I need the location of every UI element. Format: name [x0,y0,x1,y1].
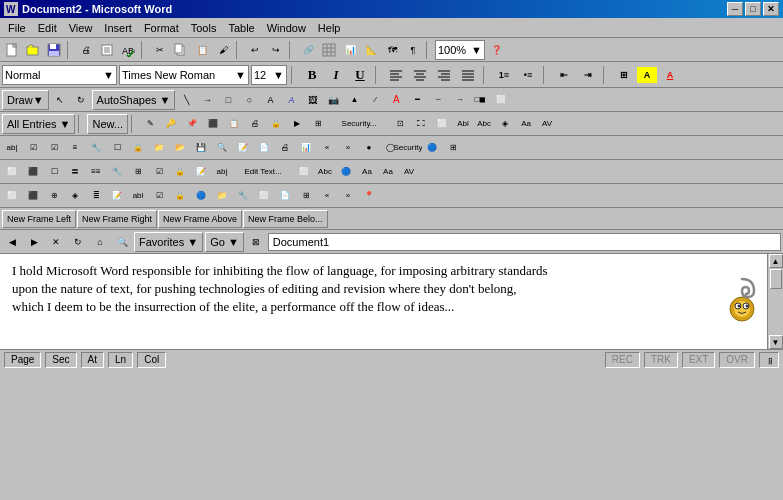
edittext-btn[interactable]: Edit Text... [233,162,293,182]
highlight-btn[interactable]: A [637,67,657,83]
ext-btn7[interactable]: 🔒 [128,138,148,158]
ext-btn4[interactable]: ≡ [65,138,85,158]
scroll-down-btn[interactable]: ▼ [769,335,783,349]
autoshapes-menu[interactable]: AutoShapes ▼ [92,90,176,110]
line-btn[interactable]: ╲ [176,90,196,110]
tb8-btn1[interactable]: ⬜ [2,186,22,206]
print-btn[interactable]: 🖨 [76,40,96,60]
tb8-btn11[interactable]: 📁 [212,186,232,206]
form-btn8[interactable]: ▶ [287,114,307,134]
tb7-btn4[interactable]: 〓 [65,162,85,182]
copy-btn[interactable] [171,40,191,60]
search-web-btn[interactable]: 🔍 [112,232,132,252]
open-btn[interactable] [23,40,43,60]
scroll-thumb[interactable] [770,269,782,289]
rect-btn[interactable]: □ [218,90,238,110]
fontcolor2-btn[interactable]: A [386,90,406,110]
cut-btn[interactable]: ✂ [150,40,170,60]
new-menu[interactable]: New... [87,114,128,134]
form-btn6[interactable]: 🖨 [245,114,265,134]
menu-view[interactable]: View [63,20,99,36]
form-btn16[interactable]: ◈ [495,114,515,134]
menu-insert[interactable]: Insert [98,20,138,36]
font-dropdown[interactable]: Times New Roman ▼ [119,65,249,85]
tb8-btn13[interactable]: ⬜ [254,186,274,206]
justify-btn[interactable] [457,64,479,86]
form-btn13[interactable]: ⬜ [432,114,452,134]
tb8-btn7[interactable]: abl [128,186,148,206]
menu-edit[interactable]: Edit [32,20,63,36]
arrow-btn[interactable]: → [197,90,217,110]
fill-btn[interactable]: ▲ [344,90,364,110]
ext-btn12[interactable]: 📝 [233,138,253,158]
minimize-button[interactable]: ─ [727,2,743,16]
ext-btn6[interactable]: ☐ [107,138,127,158]
form-btn12[interactable]: ⛶ [411,114,431,134]
drawing-btn[interactable]: 📐 [361,40,381,60]
tb7-btn3[interactable]: ☐ [44,162,64,182]
bold-btn[interactable]: B [301,64,323,86]
ext-btn16[interactable]: « [317,138,337,158]
form-btn3[interactable]: 📌 [182,114,202,134]
ext-btn14[interactable]: 🖨 [275,138,295,158]
tb7-btn11[interactable]: ab| [212,162,232,182]
refresh-btn[interactable]: ↻ [68,232,88,252]
menu-help[interactable]: Help [312,20,347,36]
document-area[interactable]: I hold Microsoft Word responsible for in… [0,254,767,349]
menu-file[interactable]: File [2,20,32,36]
ext-btn8[interactable]: 📁 [149,138,169,158]
menu-tools[interactable]: Tools [185,20,223,36]
table-btn[interactable] [319,40,339,60]
maximize-button[interactable]: □ [745,2,761,16]
tb8-btn17[interactable]: » [338,186,358,206]
menu-table[interactable]: Table [222,20,260,36]
save-btn[interactable] [44,40,64,60]
tb8-btn15[interactable]: ⊞ [296,186,316,206]
tb8-btn5[interactable]: ≣ [86,186,106,206]
paste-btn[interactable]: 📋 [192,40,212,60]
docmap-btn[interactable]: 🗺 [382,40,402,60]
textbox-btn[interactable]: A [260,90,280,110]
tb7-btn16[interactable]: Aa [357,162,377,182]
scroll-up-btn[interactable]: ▲ [769,254,783,268]
arrowstyle-btn[interactable]: → [449,90,469,110]
scroll-track[interactable] [769,268,783,335]
form-btn17[interactable]: Aa [516,114,536,134]
align-center-btn[interactable] [409,64,431,86]
tb8-btn4[interactable]: ◈ [65,186,85,206]
favorites-dropdown[interactable]: Favorites ▼ [134,232,203,252]
tb7-btn18[interactable]: AV [399,162,419,182]
form-btn15[interactable]: Abc [474,114,494,134]
showformatting-btn[interactable]: ¶ [403,40,423,60]
tb8-btn8[interactable]: ☑ [149,186,169,206]
tb8-btn10[interactable]: 🔵 [191,186,211,206]
ext-btn1[interactable]: ab| [2,138,22,158]
tb8-btn12[interactable]: 🔧 [233,186,253,206]
security-btn[interactable]: Security... [329,114,389,134]
dashstyle-btn[interactable]: ╌ [428,90,448,110]
ext-btn5[interactable]: 🔧 [86,138,106,158]
form-btn14[interactable]: Abl [453,114,473,134]
tb8-btn9[interactable]: 🔒 [170,186,190,206]
form-btn9[interactable]: ⊞ [308,114,328,134]
form-btn1[interactable]: ✎ [140,114,160,134]
hyperlink-btn[interactable]: 🔗 [298,40,318,60]
tb7-btn17[interactable]: Aa [378,162,398,182]
underline-btn[interactable]: U [349,64,371,86]
tb8-btn14[interactable]: 📄 [275,186,295,206]
decrease-indent-btn[interactable]: ⇤ [553,64,575,86]
home-btn[interactable]: ⌂ [90,232,110,252]
increase-indent-btn[interactable]: ⇥ [577,64,599,86]
bulletlist-btn[interactable]: •≡ [517,64,539,86]
allentries-menu[interactable]: All Entries ▼ [2,114,75,134]
ext-btn15[interactable]: 📊 [296,138,316,158]
help-btn[interactable]: ❓ [486,40,506,60]
back-btn[interactable]: ◀ [2,232,22,252]
draw-menu[interactable]: Draw ▼ [2,90,49,110]
tb7-btn10[interactable]: 📝 [191,162,211,182]
ext-btn21[interactable]: 🔵 [422,138,442,158]
select-btn[interactable]: ↖ [50,90,70,110]
ext-btn11[interactable]: 🔍 [212,138,232,158]
numberedlist-btn[interactable]: 1≡ [493,64,515,86]
tb7-btn15[interactable]: 🔵 [336,162,356,182]
